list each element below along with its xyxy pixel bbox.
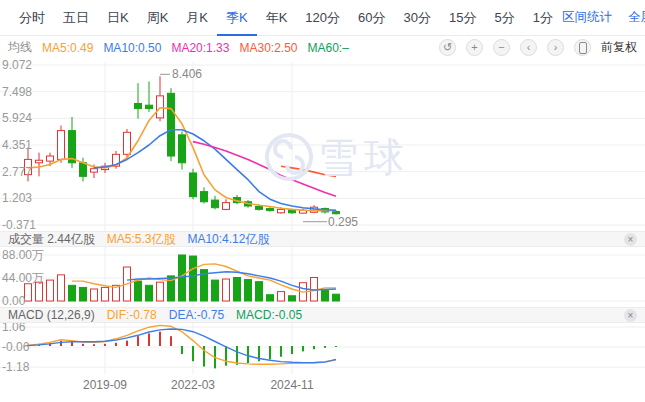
- tab-五日[interactable]: 五日: [54, 0, 98, 36]
- macd-title: MACD (12,26,9): [8, 308, 95, 322]
- ma-legend-ma10: MA10:0.50: [103, 41, 161, 55]
- svg-text:4.351: 4.351: [2, 138, 32, 152]
- ma-legend-items: MA5:0.49MA10:0.50MA20:1.33MA30:2.50MA60:…: [42, 41, 349, 55]
- chart-control-buttons: ↺+−‹›: [439, 39, 591, 56]
- next-icon[interactable]: ›: [547, 39, 564, 56]
- tab-分时[interactable]: 分时: [10, 0, 54, 36]
- prev-icon[interactable]: ‹: [520, 39, 537, 56]
- period-toolbar: 分时五日日K周K月K季K年K120分60分30分15分5分1分 区间统计 全屏显…: [0, 0, 645, 36]
- period-tabs: 分时五日日K周K月K季K年K120分60分30分15分5分1分: [10, 0, 562, 36]
- undo-icon[interactable]: ↺: [439, 39, 456, 56]
- chart-controls: ↺+−‹› 前复权: [439, 39, 637, 56]
- ma-legend-title: 均线: [8, 39, 32, 56]
- volume-close-icon[interactable]: ×: [624, 233, 637, 246]
- tab-15分[interactable]: 15分: [440, 0, 485, 36]
- chart-canvas[interactable]: 8.4060.2959.0727.4985.9244.3512.7771.203…: [0, 0, 645, 402]
- tab-周K[interactable]: 周K: [138, 0, 178, 36]
- svg-text:-0.06: -0.06: [2, 340, 30, 354]
- svg-text:雪球: 雪球: [318, 135, 410, 179]
- tab-年K[interactable]: 年K: [257, 0, 297, 36]
- macd-dif-value: DIF:-0.78: [107, 308, 157, 322]
- mobile-shape: [579, 42, 587, 54]
- tab-季K[interactable]: 季K: [217, 0, 257, 36]
- tab-120分[interactable]: 120分: [296, 0, 349, 36]
- macd-close-icon[interactable]: ×: [624, 309, 637, 322]
- ma-legend-ma60: MA60:–: [308, 41, 349, 55]
- range-statistics-link[interactable]: 区间统计: [562, 9, 612, 26]
- macd-dea-value: DEA:-0.75: [169, 308, 224, 322]
- svg-text:8.406: 8.406: [172, 67, 202, 81]
- svg-text:2022-03: 2022-03: [171, 378, 215, 392]
- ma-legend-row: 均线 MA5:0.49MA10:0.50MA20:1.33MA30:2.50MA…: [0, 36, 645, 59]
- svg-text:2019-09: 2019-09: [83, 378, 127, 392]
- volume-ma10-value: MA10:4.12亿股: [187, 231, 269, 248]
- toolbar-links: 区间统计 全屏显示: [562, 9, 645, 26]
- tab-1分[interactable]: 1分: [524, 0, 562, 36]
- svg-text:88.00万: 88.00万: [2, 248, 44, 262]
- svg-text:2024-11: 2024-11: [270, 378, 313, 392]
- svg-text:-1.18: -1.18: [2, 360, 30, 374]
- tab-月K[interactable]: 月K: [177, 0, 217, 36]
- svg-text:7.498: 7.498: [2, 85, 32, 99]
- tab-日K[interactable]: 日K: [98, 0, 138, 36]
- tab-60分[interactable]: 60分: [349, 0, 394, 36]
- svg-text:2.777: 2.777: [2, 165, 32, 179]
- ma-legend-ma30: MA30:2.50: [239, 41, 297, 55]
- svg-text:1.203: 1.203: [2, 191, 32, 205]
- svg-text:0.295: 0.295: [328, 215, 358, 229]
- svg-text:9.072: 9.072: [2, 58, 32, 72]
- svg-text:5.924: 5.924: [2, 111, 32, 125]
- tab-5分[interactable]: 5分: [485, 0, 523, 36]
- volume-title: 成交量 2.44亿股: [8, 231, 95, 248]
- tab-30分[interactable]: 30分: [395, 0, 440, 36]
- ma-legend-ma20: MA20:1.33: [171, 41, 229, 55]
- volume-pane-header: 成交量 2.44亿股 MA5:5.3亿股 MA10:4.12亿股 ×: [0, 231, 645, 247]
- zoom-in-icon[interactable]: +: [466, 39, 483, 56]
- mobile-icon[interactable]: [574, 39, 591, 56]
- svg-text:0.00: 0.00: [2, 294, 26, 308]
- ma-legend-ma5: MA5:0.49: [42, 41, 93, 55]
- zoom-out-icon[interactable]: −: [493, 39, 510, 56]
- macd-macd-value: MACD:-0.05: [236, 308, 302, 322]
- macd-pane-header: MACD (12,26,9) DIF:-0.78 DEA:-0.75 MACD:…: [0, 307, 645, 323]
- forward-adjust-button[interactable]: 前复权: [601, 39, 637, 56]
- stock-chart-app: 8.4060.2959.0727.4985.9244.3512.7771.203…: [0, 0, 645, 402]
- xueqiu-watermark: 雪球: [267, 135, 410, 179]
- fullscreen-link[interactable]: 全屏显示: [628, 9, 645, 26]
- svg-text:44.00万: 44.00万: [2, 271, 44, 285]
- volume-ma5-value: MA5:5.3亿股: [107, 231, 176, 248]
